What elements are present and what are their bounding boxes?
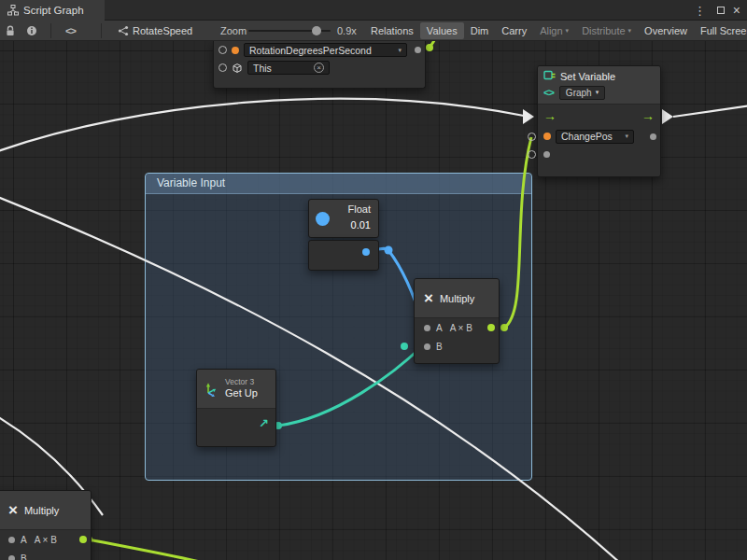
variable-port-dot[interactable]: [543, 133, 551, 140]
lock-icon[interactable]: [5, 21, 16, 41]
window-maximize-icon[interactable]: [717, 0, 725, 21]
variable-name-label: ChangePos: [561, 131, 613, 142]
input-b-port[interactable]: [8, 555, 15, 560]
variable-scope-dropdown[interactable]: Graph ▾: [559, 86, 605, 100]
output-port[interactable]: [79, 536, 87, 543]
node-title: Multiply: [440, 293, 474, 304]
variable-name-label: RotationDegreesPerSecond: [249, 45, 372, 56]
value-input-dot[interactable]: [543, 151, 550, 158]
code-preview-icon[interactable]: <>: [65, 21, 76, 41]
caret-icon: ▾: [596, 89, 599, 96]
float-node-ports[interactable]: [308, 240, 379, 271]
variable-kind-icon: <>: [543, 87, 554, 98]
relations-button[interactable]: Relations: [364, 22, 420, 39]
caret-icon: ▾: [620, 133, 628, 140]
window-close-icon[interactable]: ×: [733, 0, 740, 21]
group-header[interactable]: Variable Input: [146, 174, 531, 194]
set-variable-node[interactable]: Set Variable <> Graph ▾ → → ChangePos ▾: [537, 65, 661, 177]
values-button[interactable]: Values: [420, 22, 464, 39]
variable-name-dropdown[interactable]: RotationDegreesPerSecond ▾: [244, 43, 407, 57]
input-b-label: B: [436, 342, 443, 352]
input-b-label: B: [21, 553, 27, 560]
vector3-get-up-node[interactable]: Vector 3 Get Up ↗: [196, 369, 276, 447]
variable-port-dot[interactable]: [232, 47, 239, 54]
caret-icon: ▾: [628, 27, 632, 35]
set-variable-icon: [543, 70, 556, 82]
value-port-ring-2[interactable]: [528, 150, 536, 159]
variable-output-port-ring[interactable]: [218, 46, 227, 54]
graph-breadcrumb-icon: [118, 21, 129, 41]
get-variable-node[interactable]: RotationDegreesPerSecond ▾ This ×: [213, 41, 426, 89]
value-output-dot[interactable]: [650, 133, 656, 140]
zoom-label: Zoom: [220, 21, 247, 41]
node-title: Set Variable: [560, 71, 615, 82]
tab-label: Script Graph: [23, 5, 84, 16]
multiply-icon: ×: [424, 290, 433, 306]
vector-output-port[interactable]: ↗: [259, 416, 269, 430]
input-a-label: A: [436, 323, 443, 333]
window-menu-icon[interactable]: ⋮: [694, 0, 706, 21]
zoom-slider[interactable]: [248, 30, 331, 32]
float-node[interactable]: Float 0.01: [308, 199, 379, 238]
titlebar: Script Graph ⋮ ×: [0, 0, 747, 21]
toolbar-separator: [101, 23, 102, 38]
variable-name-dropdown[interactable]: ChangePos ▾: [556, 130, 634, 144]
tab-script-graph[interactable]: Script Graph: [0, 0, 105, 21]
vector3-icon: [203, 381, 219, 398]
float-value-field[interactable]: 0.01: [351, 219, 371, 231]
overview-button[interactable]: Overview: [638, 22, 694, 39]
full-screen-button[interactable]: Full Screen: [694, 22, 747, 39]
zoom-value: 0.9x: [337, 21, 357, 41]
info-icon[interactable]: [26, 21, 37, 41]
clear-target-icon[interactable]: ×: [314, 63, 324, 73]
input-a-port[interactable]: [424, 325, 430, 331]
output-port[interactable]: [487, 324, 495, 331]
input-b-port[interactable]: [424, 343, 430, 350]
float-output-port[interactable]: [362, 248, 370, 256]
target-field[interactable]: This ×: [247, 61, 330, 75]
zoom-slider-handle[interactable]: [312, 26, 321, 35]
graph-toolbar: <> RotateSpeed Zoom 0.9x Relations Value…: [0, 21, 747, 41]
toolbar-separator: [50, 23, 51, 38]
script-graph-icon: [7, 5, 19, 16]
group-title: Variable Input: [157, 176, 225, 189]
input-a-label: A: [21, 535, 27, 545]
distribute-button[interactable]: Distribute ▾: [575, 22, 638, 39]
output-label: A × B: [35, 535, 57, 545]
target-port-ring[interactable]: [218, 63, 227, 72]
target-label: This: [253, 63, 272, 74]
caret-icon: ▾: [393, 47, 402, 54]
multiply-node-2[interactable]: × Multiply A A × B B: [0, 490, 92, 560]
node-title: Get Up: [225, 387, 258, 399]
carry-button[interactable]: Carry: [495, 22, 533, 39]
align-button[interactable]: Align ▾: [533, 22, 575, 39]
node-title: Float: [348, 203, 371, 215]
graph-name-label: RotateSpeed: [133, 21, 192, 41]
multiply-node[interactable]: × Multiply A A × B B: [414, 278, 500, 364]
multiply-icon: ×: [8, 502, 18, 518]
float-type-icon: [316, 212, 330, 226]
node-title: Multiply: [24, 505, 59, 516]
cube-icon: [232, 63, 243, 74]
dim-button[interactable]: Dim: [464, 22, 496, 39]
node-subtitle: Vector 3: [225, 378, 258, 387]
flow-in-port[interactable]: →: [543, 109, 557, 122]
output-label: A × B: [450, 323, 472, 333]
caret-icon: ▾: [566, 27, 570, 35]
flow-out-port[interactable]: →: [641, 109, 655, 122]
script-graph-window: Variable Input RotationDegre: [0, 0, 747, 560]
value-output-dot[interactable]: [415, 47, 421, 53]
input-a-port[interactable]: [8, 537, 15, 543]
value-input-port-ring[interactable]: [528, 133, 536, 141]
